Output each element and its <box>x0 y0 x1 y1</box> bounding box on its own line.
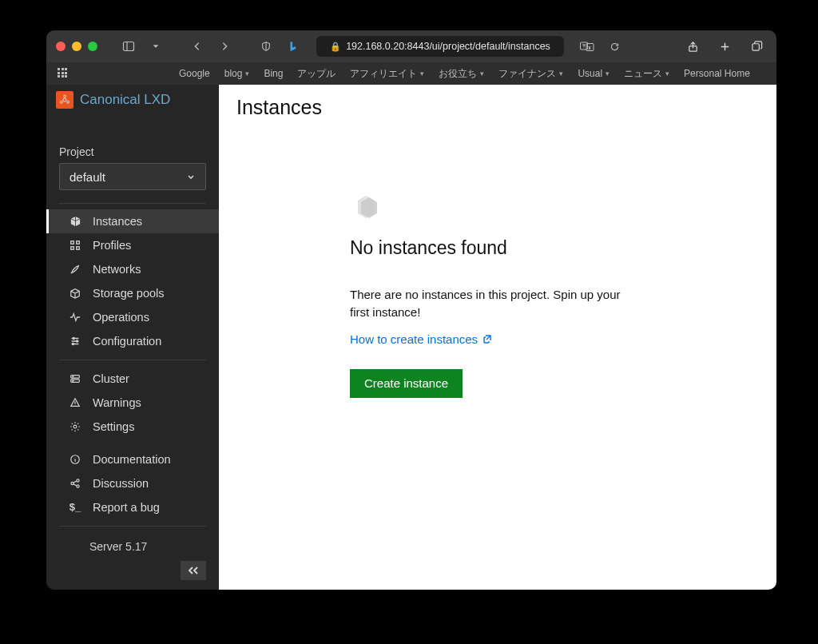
svg-point-6 <box>63 98 66 101</box>
chevron-down-icon: ▾ <box>665 70 669 78</box>
sidebar-item-label: Instances <box>93 215 142 228</box>
info-icon <box>69 454 81 465</box>
cube-icon <box>69 216 81 228</box>
brush-icon <box>69 264 81 275</box>
sidebar-item-warnings[interactable]: Warnings <box>46 391 219 415</box>
sidebar-item-label: Discussion <box>93 477 149 490</box>
svg-point-21 <box>73 425 77 428</box>
server-icon <box>69 373 81 384</box>
collapse-sidebar-button[interactable] <box>181 561 206 580</box>
sidebar-item-label: Operations <box>93 311 149 324</box>
sidebar-toggle-button[interactable] <box>118 36 139 57</box>
window-controls <box>56 42 97 51</box>
browser-window: 🔒 192.168.0.20:8443/ui/project/default/i… <box>46 30 776 590</box>
sidebar-item-report-bug[interactable]: $_ Report a bug <box>46 495 219 519</box>
svg-point-16 <box>72 344 73 345</box>
server-version: Server 5.17 <box>46 532 219 561</box>
nav-back-button[interactable] <box>187 36 208 57</box>
sidebar-item-cluster[interactable]: Cluster <box>46 367 219 391</box>
project-label: Project <box>59 145 206 158</box>
lock-icon: 🔒 <box>330 42 341 52</box>
svg-rect-0 <box>124 42 134 51</box>
bookmark-useful[interactable]: お役立ち▾ <box>439 67 484 81</box>
empty-description: There are no instances in this project. … <box>350 286 621 321</box>
shield-icon[interactable] <box>256 36 276 57</box>
chevron-down-icon: ▾ <box>606 70 610 78</box>
sidebar-item-documentation[interactable]: Documentation <box>46 447 219 471</box>
lxd-logo-icon <box>56 91 73 109</box>
nav-forward-button[interactable] <box>214 36 235 57</box>
sliders-icon <box>69 336 81 347</box>
main-content: Instances No instances found There are n… <box>219 85 776 590</box>
chevron-down-icon <box>186 172 196 181</box>
sidebar-item-label: Networks <box>93 263 141 276</box>
translate-button[interactable] <box>577 36 598 57</box>
chevron-down-icon: ▾ <box>420 70 424 78</box>
apps-grid-icon[interactable] <box>58 68 69 79</box>
sidebar: Canonical LXD Project default Instances <box>46 85 219 590</box>
new-tab-button[interactable] <box>714 36 735 57</box>
empty-heading: No instances found <box>350 237 621 259</box>
sidebar-item-storage-pools[interactable]: Storage pools <box>46 281 219 305</box>
sidebar-item-discussion[interactable]: Discussion <box>46 471 219 495</box>
svg-point-24 <box>77 479 79 482</box>
instances-empty-icon <box>350 191 382 223</box>
svg-point-25 <box>77 485 79 487</box>
reload-button[interactable] <box>604 36 625 57</box>
bookmark-apple[interactable]: アップル <box>297 67 336 81</box>
svg-point-14 <box>73 338 74 340</box>
sidebar-item-settings[interactable]: Settings <box>46 415 219 439</box>
svg-point-20 <box>73 380 73 381</box>
svg-point-15 <box>77 340 78 342</box>
sidebar-item-label: Profiles <box>93 239 131 252</box>
page-title: Instances <box>236 96 759 119</box>
sidebar-item-label: Cluster <box>93 372 129 385</box>
brand-title: Canonical LXD <box>80 92 170 108</box>
sidebar-item-networks[interactable]: Networks <box>46 257 219 281</box>
how-to-create-instances-link[interactable]: How to create instances <box>350 332 492 346</box>
minimize-window-button[interactable] <box>72 42 81 51</box>
package-icon <box>69 288 81 299</box>
svg-rect-10 <box>71 241 74 244</box>
sidebar-item-profiles[interactable]: Profiles <box>46 233 219 257</box>
brand[interactable]: Canonical LXD <box>46 85 219 115</box>
sidebar-item-label: Documentation <box>93 453 171 466</box>
activity-icon <box>69 312 81 323</box>
svg-point-8 <box>60 101 62 103</box>
bookmark-blog[interactable]: blog▾ <box>224 68 250 79</box>
project-select[interactable]: default <box>59 163 206 190</box>
bing-icon[interactable] <box>283 36 304 57</box>
bookmark-google[interactable]: Google <box>179 68 210 79</box>
sidebar-item-label: Warnings <box>93 396 141 409</box>
share-icon <box>69 478 81 489</box>
sidebar-item-instances[interactable]: Instances <box>46 209 219 233</box>
app-body: Canonical LXD Project default Instances <box>46 85 776 590</box>
bookmark-usual[interactable]: Usual▾ <box>578 68 610 79</box>
grid-icon <box>69 240 81 251</box>
maximize-window-button[interactable] <box>88 42 97 51</box>
svg-rect-5 <box>752 43 758 50</box>
svg-rect-12 <box>71 247 74 250</box>
share-button[interactable] <box>682 36 703 57</box>
tabs-overview-button[interactable] <box>746 36 767 57</box>
tab-dropdown-button[interactable] <box>145 36 166 57</box>
empty-state: No instances found There are no instance… <box>350 191 621 398</box>
bookmark-finance[interactable]: ファイナンス▾ <box>498 67 563 81</box>
chevron-down-icon: ▾ <box>245 70 249 78</box>
sidebar-item-configuration[interactable]: Configuration <box>46 329 219 353</box>
svg-point-9 <box>67 101 69 103</box>
svg-rect-11 <box>77 241 80 244</box>
sidebar-item-operations[interactable]: Operations <box>46 305 219 329</box>
sidebar-item-label: Report a bug <box>93 501 160 514</box>
bookmark-bing[interactable]: Bing <box>264 68 283 79</box>
sidebar-item-label: Settings <box>93 420 134 433</box>
bookmark-affiliate[interactable]: アフィリエイト▾ <box>350 67 424 81</box>
browser-titlebar: 🔒 192.168.0.20:8443/ui/project/default/i… <box>46 30 776 62</box>
create-instance-button[interactable]: Create instance <box>350 369 463 398</box>
close-window-button[interactable] <box>56 42 66 51</box>
svg-point-19 <box>73 376 73 377</box>
bug-icon: $_ <box>69 501 81 513</box>
url-bar[interactable]: 🔒 192.168.0.20:8443/ui/project/default/i… <box>316 36 564 57</box>
bookmark-news[interactable]: ニュース▾ <box>624 67 669 81</box>
bookmark-personal-home[interactable]: Personal Home <box>684 68 750 79</box>
